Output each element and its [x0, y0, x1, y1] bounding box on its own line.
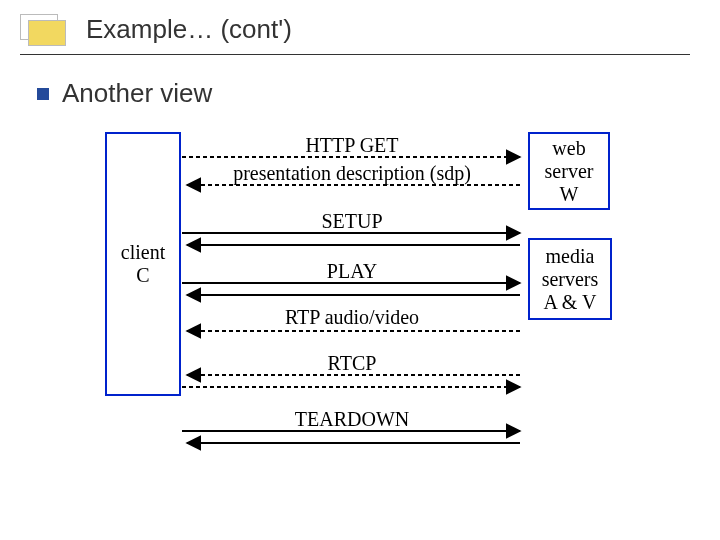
label-play: PLAY	[216, 260, 488, 283]
label-rtcp: RTCP	[216, 352, 488, 375]
slide-title: Example… (cont')	[86, 14, 292, 45]
box-media-servers: media servers A & V	[528, 238, 612, 320]
title-underline	[20, 54, 690, 55]
label-rtp: RTP audio/video	[216, 306, 488, 329]
label-teardown: TEARDOWN	[216, 408, 488, 431]
box-client: client C	[105, 132, 181, 396]
section-heading: Another view	[62, 78, 212, 109]
label-sdp: presentation description (sdp)	[216, 162, 488, 185]
box-web-server: web server W	[528, 132, 610, 210]
label-http-get: HTTP GET	[216, 134, 488, 157]
diagram: client C web server W media servers A & …	[0, 120, 720, 520]
title-ornament	[20, 14, 76, 42]
label-setup: SETUP	[216, 210, 488, 233]
bullet-icon	[37, 88, 49, 100]
